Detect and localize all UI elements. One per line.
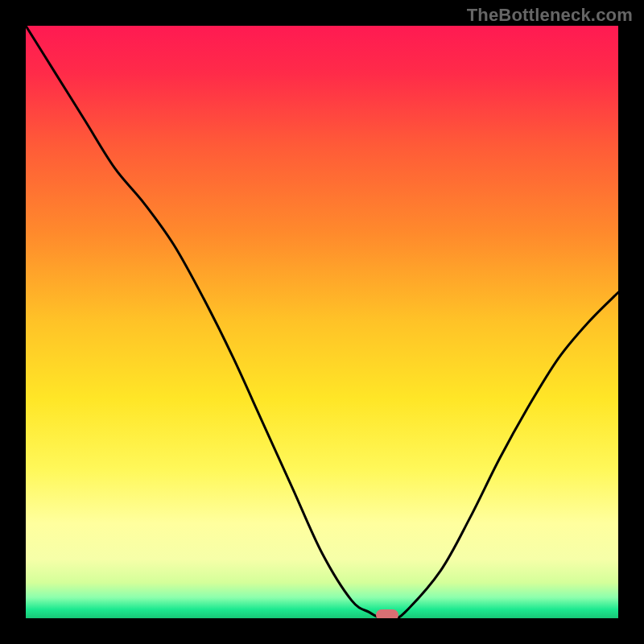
plot-area xyxy=(26,26,618,618)
optimum-marker xyxy=(376,609,398,618)
chart-frame: TheBottleneck.com xyxy=(0,0,644,644)
bottleneck-curve xyxy=(26,26,618,618)
watermark-text: TheBottleneck.com xyxy=(467,5,633,26)
